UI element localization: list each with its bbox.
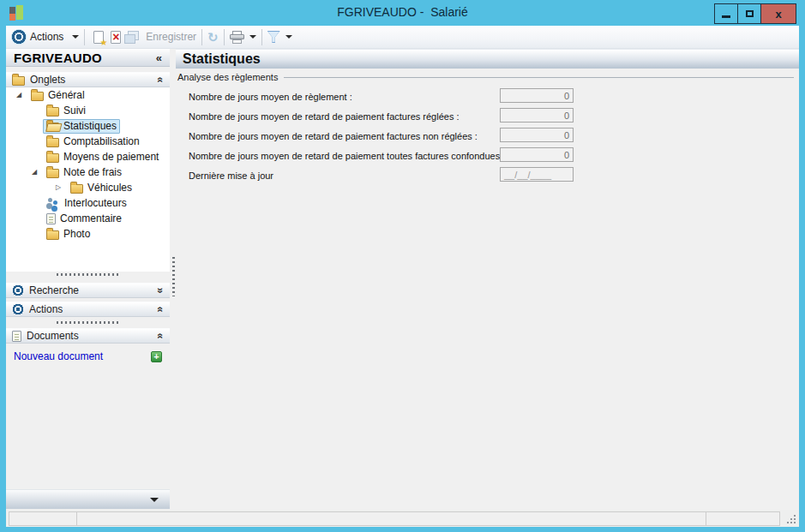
tree-item-label: Photo	[63, 228, 90, 240]
tree-item[interactable]: Moyens de paiement	[6, 149, 170, 164]
main-content: Statistiques Analyse des règlements Nomb…	[176, 49, 799, 510]
panel-header-onglets[interactable]: Onglets «	[6, 72, 170, 87]
tree-item-icon	[46, 138, 59, 147]
close-icon: x	[775, 9, 781, 20]
panel-header-actions[interactable]: Actions «	[6, 302, 170, 317]
close-button[interactable]: x	[761, 4, 796, 23]
print-button[interactable]	[230, 31, 244, 44]
window-controls: x	[714, 3, 796, 24]
document-icon	[12, 331, 21, 342]
tree-item-icon	[46, 153, 59, 163]
save-label: Enregistrer	[146, 31, 196, 43]
tree-item-icon	[46, 213, 56, 224]
resize-grip[interactable]	[785, 513, 796, 523]
refresh-button[interactable]: ↻	[207, 31, 219, 44]
field-value-input[interactable]: __/__/____	[500, 167, 574, 182]
status-bar	[6, 510, 799, 527]
tree-item[interactable]: ▷ Véhicules	[6, 180, 170, 195]
field-row: Nombre de jours moyen de retard de paiem…	[176, 126, 799, 146]
delete-record-button[interactable]	[111, 31, 121, 44]
add-document-button[interactable]: +	[151, 351, 162, 362]
field-label: Nombre de jours moyen de retard de paiem…	[189, 151, 505, 161]
workspace: FGRIVEAUDO « Onglets « ◢ Général	[6, 49, 799, 510]
tree-item-label: Statistiques	[63, 120, 117, 132]
groupbox-label: Analyse des règlements	[177, 72, 278, 82]
toolbar-separator	[84, 29, 85, 45]
tree-item-icon	[46, 169, 59, 178]
tree-item-label: Commentaire	[60, 212, 122, 224]
tree-item-label: Moyens de paiement	[63, 151, 159, 163]
tree-item-icon	[46, 197, 60, 210]
panel-splitter-handle[interactable]	[57, 273, 120, 276]
field-row: Nombre de jours moyen de retard de paiem…	[176, 146, 799, 165]
status-panel	[9, 511, 780, 526]
sidebar: FGRIVEAUDO « Onglets « ◢ Général	[6, 49, 170, 510]
field-value-input[interactable]: 0	[500, 128, 574, 142]
tree-item-label: Général	[48, 89, 85, 101]
panel-header-documents[interactable]: Documents «	[6, 328, 170, 344]
field-label: Dernière mise à jour	[189, 170, 273, 181]
tree-item-icon	[70, 184, 83, 194]
target-icon	[11, 29, 27, 45]
new-document-link[interactable]: Nouveau document	[14, 350, 103, 362]
expand-chevron-icon[interactable]: »	[155, 288, 167, 294]
toolbar-separator	[201, 29, 202, 45]
folder-icon	[12, 76, 25, 86]
fields-area: Nombre de jours moyen de règlement : 0 N…	[176, 87, 799, 185]
minimize-icon	[722, 15, 730, 18]
toolbar: Actions Enregistrer ↻	[6, 26, 799, 49]
tree-item[interactable]: Suivi	[6, 103, 170, 118]
groupbox-header: Analyse des règlements	[176, 72, 799, 82]
title-bar: FGRIVEAUDO - Salarié x	[0, 0, 805, 26]
tree-item[interactable]: Comptabilisation	[6, 134, 170, 149]
field-value-input[interactable]: 0	[500, 147, 574, 162]
field-value-input[interactable]: 0	[500, 88, 574, 103]
tree-item-label: Note de frais	[63, 166, 122, 178]
collapse-chevron-icon[interactable]: «	[155, 333, 167, 339]
tree-item-label: Suivi	[63, 105, 86, 117]
target-icon	[12, 284, 24, 296]
app-logo-icon	[9, 5, 24, 21]
actions-menu-button[interactable]: Actions	[27, 31, 79, 43]
tree-item-label: Interlocuteurs	[64, 197, 127, 209]
field-label: Nombre de jours moyen de règlement :	[189, 92, 352, 102]
maximize-button[interactable]	[738, 4, 761, 23]
sidebar-header: FGRIVEAUDO «	[6, 49, 170, 67]
new-record-button[interactable]	[93, 31, 104, 44]
field-row: Nombre de jours moyen de retard de paiem…	[176, 106, 799, 126]
save-button[interactable]: Enregistrer	[124, 31, 196, 43]
minimize-button[interactable]	[715, 4, 738, 23]
tree-expand-icon[interactable]: ◢	[16, 92, 27, 99]
page-title: Statistiques	[176, 49, 799, 69]
tree-item[interactable]: ◢ Général	[6, 87, 170, 103]
tree-item[interactable]: Photo	[6, 226, 170, 242]
status-divider	[706, 512, 706, 525]
tree-item-icon	[46, 107, 59, 117]
collapse-chevron-icon[interactable]: «	[155, 77, 167, 83]
filter-button[interactable]	[267, 31, 280, 43]
collapse-chevron-icon[interactable]: «	[155, 307, 167, 313]
filter-dropdown-button[interactable]	[285, 35, 292, 39]
footer-expand-button[interactable]	[150, 498, 159, 502]
target-icon	[12, 303, 24, 315]
tree-item-icon	[46, 230, 59, 240]
app-window: FGRIVEAUDO - Salarié x Actions Enregistr…	[0, 0, 805, 532]
chevron-down-icon	[72, 35, 79, 39]
panel-header-recherche[interactable]: Recherche »	[6, 283, 170, 298]
field-row: Dernière mise à jour __/__/____	[176, 165, 799, 185]
tree-item-icon	[31, 92, 44, 101]
panel-splitter-handle[interactable]	[57, 321, 120, 324]
sidebar-main-splitter[interactable]	[172, 257, 175, 296]
field-value-input[interactable]: 0	[500, 108, 574, 123]
tree-item[interactable]: Interlocuteurs	[6, 195, 170, 211]
collapse-sidebar-button[interactable]: «	[156, 51, 162, 64]
tree-item[interactable]: Commentaire	[6, 211, 170, 226]
actions-menu-label: Actions	[30, 31, 63, 43]
tree-item[interactable]: Statistiques	[6, 118, 170, 134]
tree-expand-icon[interactable]: ▷	[56, 184, 67, 191]
panel-label-documents: Documents	[27, 330, 79, 342]
print-dropdown-button[interactable]	[249, 35, 256, 39]
tree-item[interactable]: ◢ Note de frais	[6, 164, 170, 180]
tree-expand-icon[interactable]: ◢	[32, 169, 43, 176]
panel-label-onglets: Onglets	[30, 74, 65, 86]
